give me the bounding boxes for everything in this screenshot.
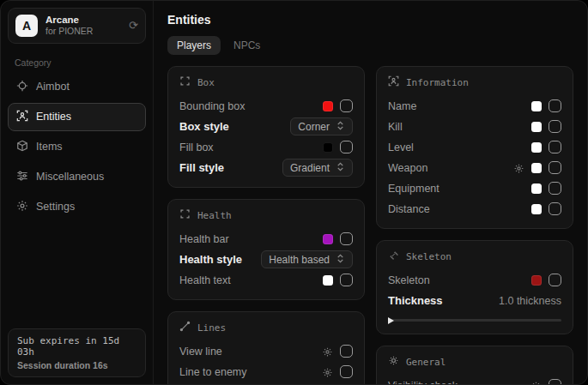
name-checkbox[interactable]	[549, 99, 561, 112]
slider-thumb[interactable]	[388, 317, 394, 324]
visibility-check-checkbox[interactable]	[549, 379, 561, 384]
view-line-row: View line	[179, 341, 353, 361]
person-scan-icon	[388, 75, 399, 89]
main-content: Entities Players NPCs Box Bounding box	[154, 1, 587, 384]
name-color-swatch[interactable]	[531, 101, 542, 111]
category-label: Category	[15, 57, 146, 68]
health-bar-color-swatch[interactable]	[323, 234, 333, 244]
kill-label: Kill	[388, 121, 403, 133]
lines-card-title: Lines	[197, 322, 226, 334]
weapon-row: Weapon	[388, 158, 561, 177]
general-card-header: General	[388, 355, 561, 369]
health-text-color-swatch[interactable]	[323, 275, 333, 286]
tab-npcs[interactable]: NPCs	[224, 36, 270, 55]
app-logo-card: A Arcane for PIONER ⟳	[8, 8, 146, 44]
person-scan-icon	[16, 110, 28, 124]
general-card: General Visibility check Max distance 50…	[376, 346, 573, 384]
thickness-slider[interactable]	[388, 316, 561, 324]
box-card-title: Box	[197, 77, 215, 88]
app-window: A Arcane for PIONER ⟳ Category Aimbot En…	[0, 0, 588, 385]
health-style-value: Health based	[269, 254, 330, 266]
kill-color-swatch[interactable]	[531, 122, 542, 132]
slider-track	[388, 319, 561, 322]
health-bar-label: Health bar	[179, 233, 229, 245]
sync-icon[interactable]: ⟳	[129, 19, 138, 32]
equipment-color-swatch[interactable]	[531, 183, 542, 194]
health-text-row: Health text	[179, 270, 353, 290]
equipment-checkbox[interactable]	[549, 182, 561, 195]
weapon-gear-icon[interactable]	[513, 162, 524, 173]
information-card: Information Name Kill	[376, 66, 573, 229]
visibility-check-row: Visibility check	[388, 376, 561, 384]
tab-players[interactable]: Players	[167, 36, 221, 55]
sidebar-item-label: Aimbot	[36, 81, 70, 93]
level-checkbox[interactable]	[549, 141, 561, 153]
sidebar-item-miscellaneous[interactable]: Miscellaneous	[8, 163, 146, 191]
level-label: Level	[388, 141, 414, 153]
level-row: Level	[388, 137, 561, 157]
bounding-box-checkbox[interactable]	[340, 99, 353, 112]
sidebar-nav: Aimbot Entities Items Miscellaneous Sett…	[8, 73, 146, 221]
health-style-dropdown[interactable]: Health based	[261, 250, 353, 268]
distance-checkbox[interactable]	[549, 202, 561, 215]
box-style-dropdown[interactable]: Corner	[290, 117, 353, 135]
information-card-title: Information	[406, 77, 469, 88]
unfold-icon	[336, 254, 345, 266]
line-to-enemy-gear-icon[interactable]	[322, 366, 333, 377]
distance-color-swatch[interactable]	[531, 204, 542, 214]
gear-icon	[16, 200, 28, 214]
equipment-label: Equipment	[388, 183, 439, 195]
sidebar-item-label: Miscellaneous	[36, 171, 104, 183]
box-card: Box Bounding box Box style Corner	[167, 66, 365, 188]
sidebar: A Arcane for PIONER ⟳ Category Aimbot En…	[1, 1, 154, 384]
kill-checkbox[interactable]	[549, 120, 561, 133]
sidebar-item-aimbot[interactable]: Aimbot	[8, 73, 146, 101]
skeleton-checkbox[interactable]	[549, 274, 561, 286]
fill-box-checkbox[interactable]	[340, 141, 353, 153]
health-style-label: Health style	[179, 253, 242, 266]
crosshair-icon	[16, 80, 28, 94]
weapon-color-swatch[interactable]	[531, 163, 542, 173]
box-card-header: Box	[179, 75, 353, 89]
lines-card-header: Lines	[179, 321, 353, 334]
bone-icon	[388, 250, 399, 263]
session-duration-text: Session duration 16s	[17, 360, 136, 370]
fill-box-label: Fill box	[179, 141, 214, 153]
health-bar-checkbox[interactable]	[340, 232, 353, 245]
weapon-label: Weapon	[388, 162, 427, 174]
equipment-row: Equipment	[388, 178, 561, 198]
lines-card: Lines View line Line to enemy	[167, 311, 365, 384]
right-column: Information Name Kill	[376, 66, 573, 384]
view-line-checkbox[interactable]	[340, 345, 353, 358]
fill-style-value: Gradient	[290, 162, 330, 174]
level-color-swatch[interactable]	[531, 142, 542, 153]
skeleton-color-swatch[interactable]	[531, 275, 542, 286]
sidebar-item-entities[interactable]: Entities	[8, 103, 146, 131]
logo-letter: A	[22, 19, 31, 33]
view-line-gear-icon[interactable]	[322, 346, 333, 357]
distance-label: Distance	[388, 203, 430, 215]
thickness-row: Thickness 1.0 thickness	[388, 291, 561, 310]
line-to-enemy-row: Line to enemy	[179, 362, 353, 382]
app-logo: A	[15, 15, 38, 37]
view-line-label: View line	[179, 346, 222, 358]
diagonal-line-icon	[179, 321, 191, 334]
line-to-enemy-checkbox[interactable]	[340, 365, 353, 378]
fill-box-row: Fill box	[179, 137, 353, 157]
bounding-box-color-swatch[interactable]	[323, 101, 333, 111]
weapon-checkbox[interactable]	[549, 161, 561, 174]
bounding-box-row: Bounding box	[179, 96, 353, 116]
health-text-checkbox[interactable]	[340, 274, 353, 286]
sidebar-item-items[interactable]: Items	[8, 133, 146, 161]
box-style-label: Box style	[179, 120, 229, 133]
line-to-enemy-label: Line to enemy	[179, 366, 247, 378]
app-subtitle: for PIONER	[45, 26, 121, 37]
health-bar-row: Health bar	[179, 229, 353, 249]
app-name: Arcane	[45, 14, 121, 26]
fill-style-dropdown[interactable]: Gradient	[282, 159, 353, 177]
left-column: Box Bounding box Box style Corner	[167, 66, 365, 384]
thickness-value: 1.0 thickness	[499, 295, 561, 307]
sidebar-item-settings[interactable]: Settings	[8, 193, 146, 221]
visibility-check-gear-icon[interactable]	[530, 380, 542, 384]
fill-box-color-swatch[interactable]	[323, 142, 333, 153]
